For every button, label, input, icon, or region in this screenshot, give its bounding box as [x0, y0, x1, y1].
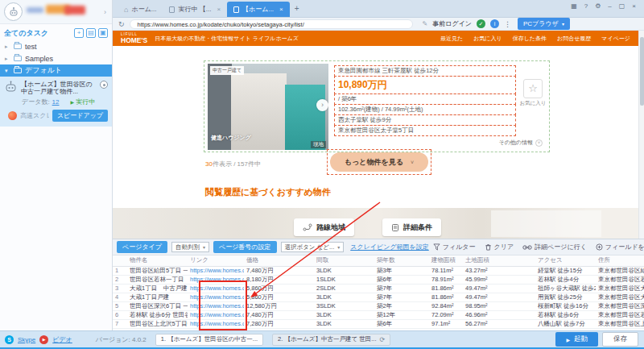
table-cell: 築7年 [374, 284, 429, 293]
blurred-badge-2 [64, 6, 85, 15]
edit-icon[interactable]: ✎ [423, 20, 428, 27]
auto-detect-select[interactable]: 自動判別 ▾ [171, 242, 209, 252]
table-row[interactable]: 3大蔵1丁目 中古戸建https://www.homes.co.jp/ko...… [113, 284, 644, 293]
minimize-icon[interactable]: – [608, 2, 611, 10]
close-window-icon[interactable]: × [632, 2, 636, 10]
filter-button[interactable]: フィルター [433, 243, 476, 251]
extension-icon-blue[interactable]: i [490, 19, 499, 28]
video-link[interactable]: ビデオ [52, 335, 72, 344]
new-folder-icon[interactable]: + [74, 28, 84, 38]
site-nav-item[interactable]: マイページ [601, 35, 630, 43]
tab-home[interactable]: ⌂ ホーム... [118, 2, 163, 17]
user-account-row[interactable]: › [0, 0, 112, 24]
clear-button[interactable]: クリア [485, 243, 514, 251]
select-button-select[interactable]: 選択ボタン など... ▾ [281, 242, 345, 252]
set-scrape-range-link[interactable]: スクレイピング範囲を設定 [350, 243, 429, 251]
table-row[interactable]: 2世田谷区若林一丁目 中古...https://www.homes.co.jp/… [113, 275, 644, 284]
load-more-button[interactable]: もっと物件を見る ˅ [330, 152, 428, 172]
task-card[interactable]: 【ホームズ】世田谷区の中古一戸建て物件... データ数: 12 ▶ 実行中 高速… [0, 77, 112, 127]
speed-logo-icon [8, 111, 17, 120]
dashboard-icon[interactable]: ▣ [98, 28, 108, 38]
new-task-icon[interactable]: ▤ [86, 28, 96, 38]
table-header-cell: 物件名 [127, 256, 188, 266]
maximize-icon[interactable]: ▢ [619, 2, 625, 10]
tab-running[interactable]: 実行中 【... × [163, 2, 227, 17]
page-number-button[interactable]: ページ番号の設定 [213, 241, 277, 253]
table-cell: 若林駅 徒歩4分 [535, 275, 596, 284]
more-button-selection: もっと物件を見る ˅ [327, 149, 431, 175]
skype-link[interactable]: Skype [18, 336, 35, 343]
table-row[interactable]: 6若林駅 徒歩6分 世田谷区若...https://www.homes.co.j… [113, 310, 644, 319]
refresh-icon[interactable]: ↻ [118, 20, 125, 28]
record-icon[interactable] [100, 81, 108, 89]
more-info-link[interactable]: その他の情報 ˅ [499, 139, 543, 147]
folder-label: Samples [25, 55, 53, 63]
page-type-button[interactable]: ページタイプ [117, 241, 167, 253]
tab-homes-active[interactable]: 【ホーム... × [227, 2, 290, 17]
pc-browser-button[interactable]: PCブラウザ ▾ [518, 18, 570, 30]
table-row[interactable]: 4大蔵1丁目戸建https://www.homes.co.jp/ko...5,8… [113, 293, 644, 301]
detail-conditions-button[interactable]: 詳細条件 [382, 218, 441, 236]
table-cell: 46.96m² [463, 310, 535, 319]
task-tab-2[interactable]: 2. 【ホームズ】中古一戸建て 世田... ⟳ [272, 334, 390, 346]
close-icon[interactable]: × [217, 6, 221, 13]
site-nav-item[interactable]: お気に入り [473, 35, 502, 43]
extension-icon-green[interactable]: ✓ [477, 19, 485, 28]
table-cell-link[interactable]: https://www.homes.co.jp/ko... [188, 310, 244, 319]
site-nav-item[interactable]: 保存した条件 [513, 35, 547, 43]
add-field-button[interactable]: フィールドを追加 [596, 243, 644, 251]
table-row[interactable]: 1世田谷区給田5丁目 一戸建てhttps://www.homes.co.jp/k… [113, 266, 644, 275]
route-area-button[interactable]: 路線地域 [294, 218, 354, 236]
table-cell: 3 [113, 284, 127, 293]
apps-grid-icon[interactable]: ▦ [571, 2, 577, 10]
site-nav-item[interactable]: 最近見た [440, 35, 463, 43]
homes-logo[interactable]: LIFULL HOME'S [121, 33, 147, 44]
table-cell: 東京都世田谷区深沢6丁目36 [596, 301, 644, 310]
sidebar-folder-default[interactable]: ▾ デフォルト [0, 64, 112, 77]
tab-label: ホーム... [131, 5, 156, 14]
table-row[interactable]: 5世田谷区深沢6丁目 一戸建てhttps://www.homes.co.jp/k… [113, 301, 644, 310]
table-cell-link[interactable]: https://www.homes.co.jp/ko... [188, 284, 244, 293]
table-cell: 72.09m² [429, 310, 463, 319]
go-detail-page-button[interactable]: 詳細ページに行く [522, 243, 587, 251]
table-cell-link[interactable]: https://www.homes.co.jp/ko... [188, 275, 244, 284]
table-cell: 8,180万円 [244, 275, 314, 284]
help-icon[interactable]: ? [584, 2, 588, 10]
settings-gear-icon[interactable]: ⚙ [595, 2, 601, 10]
account-chevron-icon[interactable]: › [104, 8, 106, 16]
table-cell: 3SLDK [314, 301, 374, 310]
table-cell-link[interactable]: https://www.homes.co.jp/ko... [188, 301, 244, 310]
table-cell: 12,580万円 [244, 301, 314, 310]
prelogin-label[interactable]: 事前ログイン [432, 19, 472, 28]
task-title[interactable]: 【ホームズ】世田谷区の中古一戸建て物件... [21, 81, 97, 95]
play-icon: ▶ [71, 99, 75, 105]
table-row[interactable]: 7世田谷区上北沢5丁目中古...https://www.homes.co.jp/… [113, 319, 644, 328]
address-input[interactable]: https://www.homes.co.jp/kodate/chuko/tok… [130, 19, 413, 29]
task-tab-1[interactable]: 1. 【ホームズ】世田谷区の中古一... [155, 334, 263, 346]
sidebar-folder-test[interactable]: ▸ test [0, 40, 112, 52]
robot-task-icon [4, 81, 18, 93]
table-cell-link[interactable]: https://www.homes.co.jp/ko... [188, 319, 244, 328]
favorite-star-button[interactable]: ☆ [523, 79, 543, 98]
save-button[interactable]: 保存 [602, 332, 638, 347]
launch-button[interactable]: ▶ 起動 [555, 332, 598, 347]
scrollbar-thumb[interactable] [640, 37, 644, 106]
table-cell-link[interactable]: https://www.homes.co.jp/ko... [188, 266, 244, 275]
menu-dots-icon[interactable]: ⋮ [504, 20, 511, 28]
table-cell: 世田谷区若林一丁目 中古... [127, 275, 188, 284]
speed-up-button[interactable]: スピードアップ [52, 110, 108, 122]
table-cell: 築7年 [374, 293, 429, 301]
vertical-scrollbar[interactable] [638, 31, 644, 239]
data-count-link[interactable]: 12 [52, 98, 60, 106]
listing-line: 102.36m²(建物) / 74.99m²(土地) [334, 104, 516, 115]
table-cell-link[interactable]: https://www.homes.co.jp/ko... [188, 293, 244, 301]
next-photo-icon[interactable]: › [316, 99, 328, 111]
property-photo[interactable]: 中古一戸建て 健進ハウジング 現地 › [208, 64, 328, 150]
close-icon[interactable]: × [279, 6, 283, 13]
table-cell: 桜新町駅 徒歩16分 [535, 301, 596, 310]
site-nav-item[interactable]: お問合せ履歴 [557, 35, 591, 43]
sidebar-folder-samples[interactable]: ▸ Samples [0, 52, 112, 64]
listing-card[interactable]: 中古一戸建て 健進ハウジング 現地 › 東急田園都市線 三軒茶屋駅 徒歩12分 … [204, 60, 550, 152]
new-tab-button[interactable]: + [295, 5, 299, 13]
table-cell: 東京都世田谷区若林1丁目1 [596, 275, 644, 284]
